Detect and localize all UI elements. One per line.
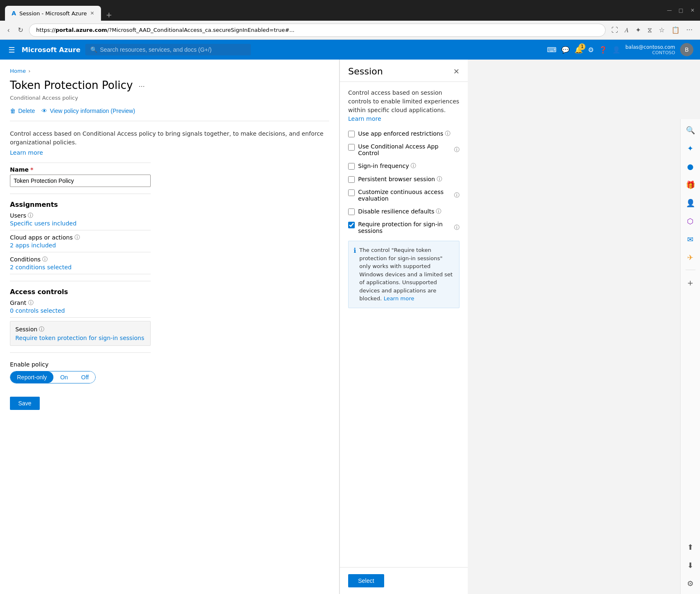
minimize-button[interactable]: — [667,8,672,13]
conditions-label: Conditions ⓘ [10,256,151,263]
sidebar-scroll-down-icon[interactable]: ⬇ [683,558,698,572]
toolbar-actions: 🗑 Delete 👁 View policy information (Prev… [10,108,329,121]
feedback-icon[interactable]: 💬 [561,46,570,54]
help-icon[interactable]: ❓ [599,46,607,54]
extensions-icon[interactable]: ⧖ [645,24,654,36]
breadcrumb-sep: › [28,68,30,74]
user-icon[interactable]: 👤 [612,46,621,54]
breadcrumb-home[interactable]: Home [10,68,26,74]
sign-in-freq-info-icon[interactable]: ⓘ [411,162,416,170]
sidebar-plane-icon[interactable]: ✈ [683,250,698,265]
save-button[interactable]: Save [10,397,40,410]
collections-icon[interactable]: 📋 [669,24,682,36]
copilot-icon[interactable]: ✦ [633,24,643,36]
name-input[interactable] [10,175,151,187]
sidebar-search-icon[interactable]: 🔍 [683,122,698,137]
cloud-apps-value[interactable]: 2 apps included [10,242,151,249]
conditions-value[interactable]: 2 conditions selected [10,264,151,271]
left-panel: Home › Token Protection Policy ··· Condi… [0,60,339,594]
sidebar-mail-icon[interactable]: ✉ [683,232,698,247]
conditions-info-icon[interactable]: ⓘ [42,256,48,263]
users-value[interactable]: Specific users included [10,220,151,227]
persistent-browser-info-icon[interactable]: ⓘ [437,175,442,183]
panel-description: Control access based on session controls… [348,89,459,123]
delete-button[interactable]: 🗑 Delete [10,108,35,114]
ca-app-control-checkbox[interactable] [348,144,355,151]
session-info-icon[interactable]: ⓘ [39,326,44,333]
info-box-icon: ℹ [354,247,356,303]
app-restrictions-checkbox[interactable] [348,131,355,137]
info-box-learn-more[interactable]: Learn more [384,295,414,302]
terminal-icon[interactable]: ⌨ [547,46,556,54]
grant-value[interactable]: 0 controls selected [10,307,151,314]
ca-app-control-info-icon[interactable]: ⓘ [454,146,459,153]
view-policy-icon: 👁 [41,108,47,114]
cloud-apps-info-icon[interactable]: ⓘ [75,234,80,241]
sidebar-copilot-icon[interactable]: ✦ [683,141,698,156]
cloud-apps-item: Cloud apps or actions ⓘ 2 apps included [10,234,151,252]
enable-policy-label: Enable policy [10,361,329,368]
restore-button[interactable]: □ [678,8,683,13]
user-avatar[interactable]: B [680,43,693,56]
azure-search-box[interactable]: 🔍 [85,44,251,55]
user-email: balas@contoso.com [625,44,675,50]
toggle-on[interactable]: On [53,371,75,383]
refresh-button[interactable]: ↻ [15,24,26,36]
sidebar-azure-icon[interactable]: ● [683,159,698,174]
continuous-access-label: Customize continuous access evaluation ⓘ [358,189,459,202]
select-button[interactable]: Select [348,574,384,587]
view-policy-button[interactable]: 👁 View policy information (Preview) [41,108,135,114]
toggle-report-only[interactable]: Report-only [10,371,53,383]
notification-bell[interactable]: 🔔 1 [575,46,583,54]
sidebar-settings-icon[interactable]: ⚙ [683,576,698,591]
page-subtitle: Conditional Access policy [10,95,329,101]
favorites-icon[interactable]: ☆ [656,24,667,36]
panel-close-button[interactable]: ✕ [453,67,459,76]
learn-more-link[interactable]: Learn more [10,149,43,156]
session-value[interactable]: Require token protection for sign-in ses… [15,335,145,341]
right-sidebar: 🔍 ✦ ● 🎁 👤 ⬡ ✉ ✈ + ⬆ ⬇ ⚙ [680,119,700,594]
sidebar-gift-icon[interactable]: 🎁 [683,177,698,192]
require-protection-info-icon[interactable]: ⓘ [454,224,459,231]
disable-resilience-checkbox[interactable] [348,208,355,215]
ellipsis-menu-button[interactable]: ··· [136,81,147,91]
continuous-access-checkbox[interactable] [348,189,355,196]
browser-toolbar: ⛶ 𝐴 ✦ ⧖ ☆ 📋 ··· [609,24,695,36]
sidebar-scroll-up-icon[interactable]: ⬆ [683,539,698,554]
app-restrictions-info-icon[interactable]: ⓘ [445,130,450,137]
assignments-heading: Assignments [10,201,329,208]
settings-icon[interactable]: ⚙ [588,46,594,54]
search-input[interactable] [100,46,246,53]
active-tab[interactable]: A Session - Microsoft Azure ✕ [5,6,101,21]
hamburger-menu[interactable]: ☰ [7,44,17,56]
users-info-icon[interactable]: ⓘ [28,212,33,219]
toggle-off[interactable]: Off [75,371,95,383]
address-url: https://portal.azure.com/?Microsoft_AAD_… [36,27,294,33]
panel-learn-more-link[interactable]: Learn more [348,115,381,122]
session-box[interactable]: Session ⓘ Require token protection for s… [10,321,151,346]
sign-in-freq-checkbox[interactable] [348,163,355,170]
back-button[interactable]: ‹ [5,25,12,36]
screen-cast-icon[interactable]: ⛶ [609,24,621,36]
checkbox-disable-resilience: Disable resilience defaults ⓘ [348,208,459,215]
new-tab-button[interactable]: + [103,9,115,21]
grant-info-icon[interactable]: ⓘ [28,299,34,307]
tab-close-icon[interactable]: ✕ [90,10,94,16]
app-restrictions-label: Use app enforced restrictions ⓘ [358,130,459,137]
disable-resilience-info-icon[interactable]: ⓘ [436,208,441,215]
checkbox-continuous-access: Customize continuous access evaluation ⓘ [348,189,459,202]
close-button[interactable]: ✕ [690,8,695,13]
require-protection-checkbox[interactable] [348,222,355,228]
search-icon: 🔍 [90,46,97,53]
persistent-browser-checkbox[interactable] [348,176,355,183]
more-options-icon[interactable]: ··· [684,24,695,36]
read-aloud-icon[interactable]: 𝐴 [622,24,631,36]
disable-resilience-label: Disable resilience defaults ⓘ [358,208,459,215]
page-description: Control access based on Conditional Acce… [10,129,329,147]
sidebar-user-icon[interactable]: 👤 [683,195,698,210]
sidebar-add-icon[interactable]: + [683,275,698,290]
address-input[interactable]: https://portal.azure.com/?Microsoft_AAD_… [29,24,606,37]
enable-policy-section: Enable policy Report-only On Off Save [10,361,329,410]
sidebar-sphere-icon[interactable]: ⬡ [683,213,698,228]
continuous-access-info-icon[interactable]: ⓘ [454,192,459,199]
